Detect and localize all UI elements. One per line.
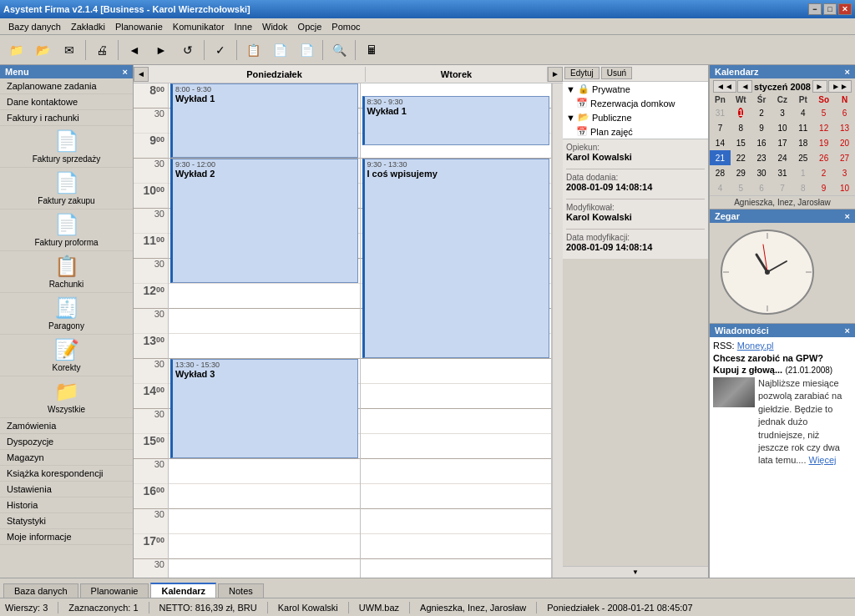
cal-next-btn[interactable]: ►: [812, 80, 827, 93]
cal-day-22[interactable]: 22: [731, 150, 751, 165]
sidebar-item-statystyki[interactable]: Statystyki: [0, 513, 133, 529]
cal-day-12[interactable]: 12: [813, 120, 834, 135]
menu-inne[interactable]: Inne: [230, 20, 257, 33]
news-more-link[interactable]: Więcej: [809, 455, 837, 465]
sidebar-item-dane-kontaktowe[interactable]: Dane kontaktowe: [0, 94, 133, 110]
cal-day-16[interactable]: 16: [751, 135, 772, 150]
menu-widok[interactable]: Widok: [257, 20, 293, 33]
cal-day-4[interactable]: 4: [792, 105, 813, 120]
sidebar-item-dyspozycje[interactable]: Dyspozycje: [0, 434, 133, 450]
cal-day-15[interactable]: 15: [731, 135, 751, 150]
tuesday-column[interactable]: 8:30 - 9:30 Wykład 1 9:30 - 13:30 I coś …: [361, 83, 553, 578]
mon-event-2[interactable]: 9:30 - 12:00 Wykład 2: [170, 159, 358, 283]
close-button[interactable]: ✕: [838, 3, 852, 15]
cal-day-29[interactable]: 29: [731, 165, 751, 180]
cal-day-30[interactable]: 30: [751, 165, 772, 180]
cal-day-27[interactable]: 27: [834, 150, 855, 165]
menu-komunikator[interactable]: Komunikator: [168, 20, 230, 33]
cal-day-2[interactable]: 2: [751, 105, 772, 120]
cal-day-20[interactable]: 20: [834, 135, 855, 150]
mon-event-1[interactable]: 8:00 - 9:30 Wykład 1: [170, 83, 358, 158]
toolbar-btn-refresh[interactable]: ↺: [175, 38, 200, 62]
news-close[interactable]: ×: [845, 326, 850, 336]
menu-planowanie[interactable]: Planowanie: [110, 20, 168, 33]
sidebar-item-faktury-proforma[interactable]: 📄 Faktury proforma: [0, 210, 133, 251]
menu-bazy-danych[interactable]: Bazy danych: [3, 20, 66, 33]
menu-pomoc[interactable]: Pomoc: [326, 20, 365, 33]
toolbar-btn-back[interactable]: ◄: [122, 38, 147, 62]
cal-day-28[interactable]: 28: [710, 165, 731, 180]
tab-kalendarz[interactable]: Kalendarz: [150, 583, 216, 598]
menu-zakladki[interactable]: Zakładki: [66, 20, 110, 33]
sidebar-item-zamowienia[interactable]: Zamówienia: [0, 418, 133, 434]
menu-opcje[interactable]: Opcje: [293, 20, 327, 33]
schedule-scroll[interactable]: 800 30 900 30 1000 30 1100 30 1200 30 13…: [134, 83, 563, 578]
detail-scroll[interactable]: Opiekun: Karol Kowalski Data dodania: 20…: [563, 139, 708, 566]
cal-day-25[interactable]: 25: [792, 150, 813, 165]
toolbar-btn-forward[interactable]: ►: [149, 38, 174, 62]
cal-day-8-next[interactable]: 8: [792, 180, 813, 195]
sidebar-item-ustawienia[interactable]: Ustawienia: [0, 482, 133, 497]
sidebar-item-wszystkie[interactable]: 📁 Wszystkie: [0, 376, 133, 418]
cal-day-9[interactable]: 9: [751, 120, 772, 135]
cal-next-next-btn[interactable]: ►►: [828, 80, 852, 93]
sidebar-item-historia[interactable]: Historia: [0, 497, 133, 513]
cal-day-19[interactable]: 19: [813, 135, 834, 150]
schedule-next-btn[interactable]: ►: [548, 67, 563, 82]
cal-day-10[interactable]: 10: [772, 120, 793, 135]
sidebar-item-faktury-rachunki[interactable]: Faktury i rachunki: [0, 110, 133, 126]
cal-day-4-next[interactable]: 4: [710, 180, 731, 195]
toolbar-btn-search[interactable]: 🔍: [326, 38, 352, 62]
cal-day-17[interactable]: 17: [772, 135, 793, 150]
cal-day-6-next[interactable]: 6: [751, 180, 772, 195]
cal-day-8[interactable]: 8: [731, 120, 751, 135]
sidebar-item-faktury-sprzedazy[interactable]: 📄 Faktury sprzedaży: [0, 126, 133, 168]
schedule-scrollbar[interactable]: [552, 83, 563, 578]
sidebar-item-rachunki[interactable]: 📋 Rachunki: [0, 251, 133, 293]
news-content[interactable]: RSS: Money.pl Chcesz zarobić na GPW? Kup…: [710, 337, 855, 578]
cal-day-1[interactable]: 1: [731, 105, 751, 120]
cal-day-6[interactable]: 6: [834, 105, 855, 120]
sidebar-item-faktury-zakupu[interactable]: 📄 Faktury zakupu: [0, 168, 133, 210]
sidebar-item-zaplanowane[interactable]: Zaplanowane zadania: [0, 78, 133, 94]
detail-scroll-down[interactable]: ▼: [563, 566, 708, 578]
tue-event-1[interactable]: 8:30 - 9:30 Wykład 1: [362, 96, 550, 145]
maximize-button[interactable]: □: [823, 3, 837, 15]
minimize-button[interactable]: −: [808, 3, 822, 15]
tree-item-publiczne[interactable]: ▼ 📂 Publiczne: [563, 110, 708, 124]
mon-event-3[interactable]: 13:30 - 15:30 Wykład 3: [170, 359, 358, 458]
toolbar-btn-1[interactable]: 📂: [30, 38, 55, 62]
delete-button[interactable]: Usuń: [601, 67, 632, 79]
monday-column[interactable]: 8:00 - 9:30 Wykład 1 9:30 - 12:00 Wykład…: [169, 83, 361, 578]
toolbar-btn-check[interactable]: ✓: [208, 38, 233, 62]
cal-day-13[interactable]: 13: [834, 120, 855, 135]
cal-day-3[interactable]: 3: [772, 105, 793, 120]
cal-day-5-next[interactable]: 5: [731, 180, 751, 195]
cal-day-2-next[interactable]: 2: [813, 165, 834, 180]
cal-prev-prev-btn[interactable]: ◄◄: [713, 80, 736, 93]
toolbar-btn-0[interactable]: 📁: [3, 38, 28, 62]
sidebar-close-btn[interactable]: ×: [123, 67, 128, 77]
toolbar-btn-2[interactable]: ✉: [57, 38, 82, 62]
cal-day-18[interactable]: 18: [792, 135, 813, 150]
tab-notes[interactable]: Notes: [218, 583, 264, 598]
cal-day-23[interactable]: 23: [751, 150, 772, 165]
sidebar-item-moje-informacje[interactable]: Moje informacje: [0, 529, 133, 545]
tab-planowanie[interactable]: Planowanie: [80, 583, 149, 598]
toolbar-btn-doc3[interactable]: 📄: [294, 38, 319, 62]
sidebar-item-magazyn[interactable]: Magazyn: [0, 450, 133, 466]
toolbar-btn-doc2[interactable]: 📄: [267, 38, 292, 62]
cal-prev-btn[interactable]: ◄: [737, 80, 752, 93]
cal-day-31-prev[interactable]: 31: [710, 105, 731, 120]
tab-baza-danych[interactable]: Baza danych: [3, 583, 78, 598]
cal-day-31[interactable]: 31: [772, 165, 793, 180]
tree-item-prywatne[interactable]: ▼ 🔒 Prywatne: [563, 82, 708, 96]
edit-button[interactable]: Edytuj: [564, 67, 600, 79]
tree-item-rezerwacja[interactable]: 📅 Rezerwacja domkow: [573, 96, 708, 110]
tue-event-2[interactable]: 9:30 - 13:30 I coś wpisujemy: [362, 159, 550, 358]
cal-day-21[interactable]: 21: [710, 150, 731, 165]
cal-day-14[interactable]: 14: [710, 135, 731, 150]
cal-day-10-next[interactable]: 10: [834, 180, 855, 195]
cal-day-11[interactable]: 11: [792, 120, 813, 135]
schedule-prev-btn[interactable]: ◄: [134, 67, 149, 82]
